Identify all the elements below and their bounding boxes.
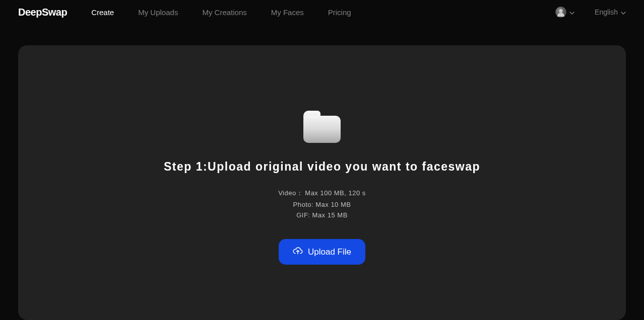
limit-gif: GIF: Max 15 MB bbox=[296, 211, 348, 219]
cloud-upload-icon bbox=[293, 246, 303, 258]
upload-button-label: Upload File bbox=[308, 247, 351, 257]
limit-video: Video： Max 100 MB, 120 s bbox=[278, 189, 366, 198]
app-header: DeepSwap Create My Uploads My Creations … bbox=[0, 0, 644, 24]
nav-create[interactable]: Create bbox=[91, 8, 114, 17]
user-menu[interactable] bbox=[555, 7, 574, 18]
nav-my-creations[interactable]: My Creations bbox=[202, 8, 246, 17]
chevron-down-icon bbox=[621, 8, 626, 16]
nav-my-faces[interactable]: My Faces bbox=[271, 8, 304, 17]
chevron-down-icon bbox=[569, 8, 574, 17]
main-nav: Create My Uploads My Creations My Faces … bbox=[91, 8, 351, 17]
language-menu[interactable]: English bbox=[595, 8, 626, 16]
language-label: English bbox=[595, 8, 618, 16]
nav-pricing[interactable]: Pricing bbox=[328, 8, 351, 17]
nav-my-uploads[interactable]: My Uploads bbox=[138, 8, 178, 17]
avatar-icon bbox=[555, 7, 566, 18]
folder-icon bbox=[303, 111, 341, 143]
upload-card: Step 1:Upload original video you want to… bbox=[18, 45, 626, 320]
limit-photo: Photo: Max 10 MB bbox=[293, 201, 351, 208]
header-left: DeepSwap Create My Uploads My Creations … bbox=[18, 7, 351, 18]
upload-file-button[interactable]: Upload File bbox=[279, 239, 365, 265]
app-logo[interactable]: DeepSwap bbox=[18, 7, 67, 18]
header-right: English bbox=[555, 7, 626, 18]
step-title: Step 1:Upload original video you want to… bbox=[164, 160, 480, 174]
upload-limits: Video： Max 100 MB, 120 s Photo: Max 10 M… bbox=[278, 189, 366, 219]
